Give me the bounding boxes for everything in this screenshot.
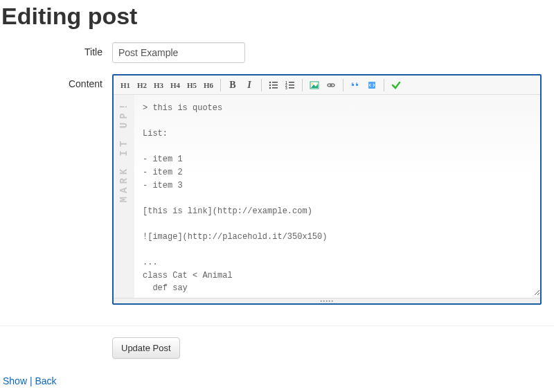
link-separator: | — [30, 375, 33, 386]
svg-rect-9 — [289, 84, 294, 86]
numbered-list-icon: 1 2 3 — [285, 80, 295, 90]
svg-rect-5 — [272, 87, 278, 89]
toolbar-separator — [343, 79, 343, 91]
h2-button[interactable]: H2 — [134, 78, 150, 93]
svg-rect-1 — [272, 82, 278, 83]
editor-toolbar: H1 H2 H3 H4 H5 H6 B I — [114, 75, 540, 95]
quote-icon — [350, 80, 360, 90]
svg-text:3: 3 — [285, 86, 287, 90]
toolbar-separator — [261, 79, 262, 91]
title-input[interactable] — [112, 42, 245, 63]
divider — [0, 326, 554, 326]
code-button[interactable] — [364, 78, 379, 93]
show-link[interactable]: Show — [3, 375, 27, 386]
quote-button[interactable] — [348, 78, 363, 93]
toolbar-separator — [302, 79, 303, 91]
svg-point-4 — [269, 87, 271, 89]
toolbar-separator — [220, 79, 221, 91]
update-post-button[interactable]: Update Post — [112, 337, 180, 359]
h1-button[interactable]: H1 — [118, 78, 133, 93]
content-textarea[interactable] — [134, 95, 540, 296]
code-icon — [367, 80, 377, 90]
italic-button[interactable]: I — [242, 78, 257, 93]
footer-links: Show | Back — [0, 374, 554, 388]
svg-rect-3 — [272, 84, 278, 86]
markdown-editor: H1 H2 H3 H4 H5 H6 B I — [112, 74, 542, 305]
numbered-list-button[interactable]: 1 2 3 — [283, 78, 298, 93]
h6-button[interactable]: H6 — [201, 78, 216, 93]
page-title: Editing post — [1, 3, 554, 30]
svg-rect-7 — [289, 82, 294, 83]
bold-button[interactable]: B — [225, 78, 240, 93]
bullet-list-icon — [269, 80, 278, 90]
h3-button[interactable]: H3 — [151, 78, 166, 93]
svg-point-2 — [269, 84, 271, 86]
preview-button[interactable] — [388, 78, 404, 93]
image-button[interactable] — [307, 78, 322, 93]
svg-point-14 — [312, 83, 313, 84]
back-link[interactable]: Back — [35, 375, 56, 386]
svg-point-16 — [330, 84, 334, 87]
title-row: Title — [0, 42, 554, 63]
editor-brand-label: MARK IT UP! — [118, 100, 129, 202]
resize-grip[interactable]: ●●●●● — [114, 298, 540, 303]
check-icon — [391, 80, 401, 90]
h4-button[interactable]: H4 — [168, 78, 183, 93]
editor-gutter: MARK IT UP! — [114, 95, 134, 298]
image-icon — [310, 80, 319, 90]
h5-button[interactable]: H5 — [184, 78, 199, 93]
toolbar-separator — [384, 79, 384, 91]
title-label: Title — [0, 42, 112, 57]
content-label: Content — [0, 74, 112, 89]
bullet-list-button[interactable] — [266, 78, 281, 93]
link-icon — [326, 80, 336, 90]
svg-rect-11 — [289, 87, 294, 89]
link-button[interactable] — [323, 78, 339, 93]
svg-point-0 — [269, 81, 271, 83]
content-row: Content H1 H2 H3 H4 H5 H6 B I — [0, 74, 554, 305]
